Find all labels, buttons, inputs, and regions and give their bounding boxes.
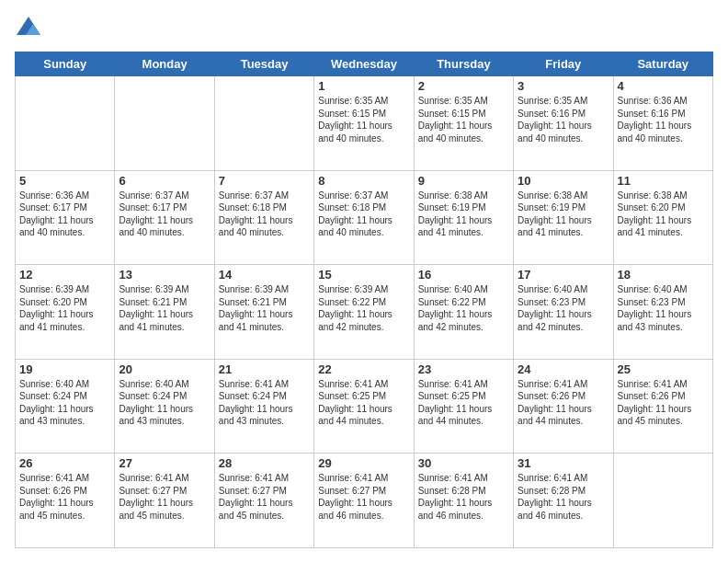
day-number: 28 bbox=[219, 456, 310, 470]
calendar-cell bbox=[16, 76, 115, 171]
day-number: 18 bbox=[618, 268, 709, 282]
day-info: Sunrise: 6:37 AM Sunset: 6:18 PM Dayligh… bbox=[219, 190, 310, 239]
calendar-cell: 7Sunrise: 6:37 AM Sunset: 6:18 PM Daylig… bbox=[214, 170, 313, 265]
weekday-header-tuesday: Tuesday bbox=[214, 52, 313, 76]
calendar-cell: 25Sunrise: 6:41 AM Sunset: 6:26 PM Dayli… bbox=[613, 359, 712, 454]
day-number: 8 bbox=[318, 174, 409, 188]
weekday-header-wednesday: Wednesday bbox=[314, 52, 414, 76]
page: SundayMondayTuesdayWednesdayThursdayFrid… bbox=[0, 0, 728, 563]
day-number: 21 bbox=[219, 362, 310, 376]
day-number: 6 bbox=[119, 174, 210, 188]
calendar-cell: 17Sunrise: 6:40 AM Sunset: 6:23 PM Dayli… bbox=[514, 265, 613, 360]
day-number: 7 bbox=[219, 174, 310, 188]
day-number: 11 bbox=[618, 174, 709, 188]
calendar-cell bbox=[214, 76, 313, 171]
header bbox=[15, 15, 713, 42]
day-number: 17 bbox=[518, 268, 609, 282]
day-info: Sunrise: 6:40 AM Sunset: 6:22 PM Dayligh… bbox=[418, 283, 509, 333]
calendar-week-0: 1Sunrise: 6:35 AM Sunset: 6:15 PM Daylig… bbox=[16, 76, 713, 171]
logo-icon bbox=[15, 15, 42, 42]
day-number: 15 bbox=[318, 268, 409, 282]
day-number: 16 bbox=[418, 268, 509, 282]
calendar-cell: 10Sunrise: 6:38 AM Sunset: 6:19 PM Dayli… bbox=[514, 170, 613, 265]
day-number: 1 bbox=[318, 79, 409, 93]
calendar-cell: 20Sunrise: 6:40 AM Sunset: 6:24 PM Dayli… bbox=[115, 359, 214, 454]
day-number: 25 bbox=[618, 362, 709, 376]
calendar-cell: 21Sunrise: 6:41 AM Sunset: 6:24 PM Dayli… bbox=[214, 359, 313, 454]
day-number: 4 bbox=[618, 79, 709, 93]
calendar-cell: 1Sunrise: 6:35 AM Sunset: 6:15 PM Daylig… bbox=[314, 76, 414, 171]
calendar-cell: 28Sunrise: 6:41 AM Sunset: 6:27 PM Dayli… bbox=[214, 454, 313, 548]
day-info: Sunrise: 6:41 AM Sunset: 6:27 PM Dayligh… bbox=[318, 472, 409, 522]
day-info: Sunrise: 6:41 AM Sunset: 6:27 PM Dayligh… bbox=[119, 472, 210, 522]
calendar-cell: 13Sunrise: 6:39 AM Sunset: 6:21 PM Dayli… bbox=[115, 265, 214, 360]
calendar-cell: 2Sunrise: 6:35 AM Sunset: 6:15 PM Daylig… bbox=[414, 76, 513, 171]
day-number: 9 bbox=[418, 174, 509, 188]
day-number: 24 bbox=[518, 362, 609, 376]
day-info: Sunrise: 6:35 AM Sunset: 6:15 PM Dayligh… bbox=[418, 95, 509, 144]
calendar-cell bbox=[115, 76, 214, 171]
weekday-header-sunday: Sunday bbox=[16, 52, 115, 76]
day-number: 3 bbox=[518, 79, 609, 93]
calendar-week-2: 12Sunrise: 6:39 AM Sunset: 6:20 PM Dayli… bbox=[16, 265, 713, 360]
day-info: Sunrise: 6:36 AM Sunset: 6:17 PM Dayligh… bbox=[19, 190, 110, 239]
weekday-header-saturday: Saturday bbox=[613, 52, 712, 76]
day-info: Sunrise: 6:36 AM Sunset: 6:16 PM Dayligh… bbox=[618, 95, 709, 144]
calendar-cell: 22Sunrise: 6:41 AM Sunset: 6:25 PM Dayli… bbox=[314, 359, 414, 454]
day-number: 30 bbox=[418, 456, 509, 470]
day-number: 26 bbox=[19, 456, 110, 470]
calendar-cell: 6Sunrise: 6:37 AM Sunset: 6:17 PM Daylig… bbox=[115, 170, 214, 265]
day-info: Sunrise: 6:35 AM Sunset: 6:16 PM Dayligh… bbox=[518, 95, 609, 144]
calendar-week-1: 5Sunrise: 6:36 AM Sunset: 6:17 PM Daylig… bbox=[16, 170, 713, 265]
day-info: Sunrise: 6:39 AM Sunset: 6:20 PM Dayligh… bbox=[19, 283, 110, 333]
day-info: Sunrise: 6:41 AM Sunset: 6:25 PM Dayligh… bbox=[418, 378, 509, 428]
day-number: 20 bbox=[119, 362, 210, 376]
calendar-cell: 31Sunrise: 6:41 AM Sunset: 6:28 PM Dayli… bbox=[514, 454, 613, 548]
calendar-cell: 11Sunrise: 6:38 AM Sunset: 6:20 PM Dayli… bbox=[613, 170, 712, 265]
calendar-week-3: 19Sunrise: 6:40 AM Sunset: 6:24 PM Dayli… bbox=[16, 359, 713, 454]
calendar-cell: 23Sunrise: 6:41 AM Sunset: 6:25 PM Dayli… bbox=[414, 359, 513, 454]
calendar-cell: 4Sunrise: 6:36 AM Sunset: 6:16 PM Daylig… bbox=[613, 76, 712, 171]
calendar-cell: 15Sunrise: 6:39 AM Sunset: 6:22 PM Dayli… bbox=[314, 265, 414, 360]
logo bbox=[15, 15, 46, 42]
weekday-header-friday: Friday bbox=[514, 52, 613, 76]
day-info: Sunrise: 6:41 AM Sunset: 6:24 PM Dayligh… bbox=[219, 378, 310, 428]
day-info: Sunrise: 6:41 AM Sunset: 6:28 PM Dayligh… bbox=[418, 472, 509, 522]
calendar-cell: 18Sunrise: 6:40 AM Sunset: 6:23 PM Dayli… bbox=[613, 265, 712, 360]
day-number: 2 bbox=[418, 79, 509, 93]
calendar-cell: 5Sunrise: 6:36 AM Sunset: 6:17 PM Daylig… bbox=[16, 170, 115, 265]
calendar-week-4: 26Sunrise: 6:41 AM Sunset: 6:26 PM Dayli… bbox=[16, 454, 713, 548]
day-info: Sunrise: 6:38 AM Sunset: 6:19 PM Dayligh… bbox=[518, 190, 609, 239]
day-info: Sunrise: 6:40 AM Sunset: 6:24 PM Dayligh… bbox=[19, 378, 110, 428]
day-number: 23 bbox=[418, 362, 509, 376]
weekday-header-row: SundayMondayTuesdayWednesdayThursdayFrid… bbox=[16, 52, 713, 76]
day-info: Sunrise: 6:35 AM Sunset: 6:15 PM Dayligh… bbox=[318, 95, 409, 144]
calendar-cell: 27Sunrise: 6:41 AM Sunset: 6:27 PM Dayli… bbox=[115, 454, 214, 548]
calendar-cell: 30Sunrise: 6:41 AM Sunset: 6:28 PM Dayli… bbox=[414, 454, 513, 548]
calendar-cell: 9Sunrise: 6:38 AM Sunset: 6:19 PM Daylig… bbox=[414, 170, 513, 265]
calendar-cell bbox=[613, 454, 712, 548]
calendar-cell: 12Sunrise: 6:39 AM Sunset: 6:20 PM Dayli… bbox=[16, 265, 115, 360]
day-number: 27 bbox=[119, 456, 210, 470]
calendar-cell: 26Sunrise: 6:41 AM Sunset: 6:26 PM Dayli… bbox=[16, 454, 115, 548]
day-info: Sunrise: 6:39 AM Sunset: 6:21 PM Dayligh… bbox=[219, 283, 310, 333]
calendar-cell: 3Sunrise: 6:35 AM Sunset: 6:16 PM Daylig… bbox=[514, 76, 613, 171]
calendar-cell: 24Sunrise: 6:41 AM Sunset: 6:26 PM Dayli… bbox=[514, 359, 613, 454]
day-info: Sunrise: 6:41 AM Sunset: 6:28 PM Dayligh… bbox=[518, 472, 609, 522]
day-number: 14 bbox=[219, 268, 310, 282]
day-info: Sunrise: 6:39 AM Sunset: 6:22 PM Dayligh… bbox=[318, 283, 409, 333]
day-info: Sunrise: 6:41 AM Sunset: 6:27 PM Dayligh… bbox=[219, 472, 310, 522]
calendar-cell: 16Sunrise: 6:40 AM Sunset: 6:22 PM Dayli… bbox=[414, 265, 513, 360]
day-info: Sunrise: 6:40 AM Sunset: 6:23 PM Dayligh… bbox=[618, 283, 709, 333]
day-number: 22 bbox=[318, 362, 409, 376]
day-info: Sunrise: 6:38 AM Sunset: 6:20 PM Dayligh… bbox=[618, 190, 709, 239]
day-info: Sunrise: 6:37 AM Sunset: 6:17 PM Dayligh… bbox=[119, 190, 210, 239]
day-info: Sunrise: 6:41 AM Sunset: 6:26 PM Dayligh… bbox=[19, 472, 110, 522]
day-info: Sunrise: 6:40 AM Sunset: 6:23 PM Dayligh… bbox=[518, 283, 609, 333]
day-number: 19 bbox=[19, 362, 110, 376]
day-info: Sunrise: 6:41 AM Sunset: 6:26 PM Dayligh… bbox=[518, 378, 609, 428]
day-number: 10 bbox=[518, 174, 609, 188]
calendar-cell: 29Sunrise: 6:41 AM Sunset: 6:27 PM Dayli… bbox=[314, 454, 414, 548]
weekday-header-thursday: Thursday bbox=[414, 52, 513, 76]
calendar-cell: 14Sunrise: 6:39 AM Sunset: 6:21 PM Dayli… bbox=[214, 265, 313, 360]
